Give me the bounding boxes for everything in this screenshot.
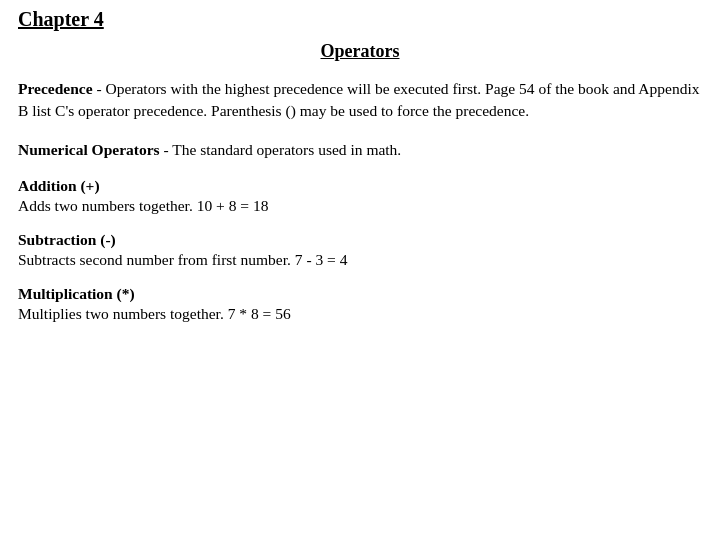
multiplication-detail: Multiplies two numbers together. 7 * 8 =… [18,303,702,325]
subtraction-block: Subtraction (-) Subtracts second number … [18,231,702,271]
numerical-body: - The standard operators used in math. [160,141,402,158]
addition-detail: Adds two numbers together. 10 + 8 = 18 [18,195,702,217]
numerical-paragraph: Numerical Operators - The standard opera… [18,139,702,161]
addition-title: Addition (+) [18,177,702,195]
chapter-title: Chapter 4 [18,8,104,31]
precedence-heading: Precedence [18,80,93,97]
numerical-heading: Numerical Operators [18,141,160,158]
precedence-body: - Operators with the highest precedence … [18,80,700,119]
subtraction-title: Subtraction (-) [18,231,702,249]
multiplication-title: Multiplication (*) [18,285,702,303]
section-title: Operators [18,41,702,62]
addition-block: Addition (+) Adds two numbers together. … [18,177,702,217]
subtraction-detail: Subtracts second number from first numbe… [18,249,702,271]
precedence-paragraph: Precedence - Operators with the highest … [18,78,702,123]
page-container: Chapter 4 Operators Precedence - Operato… [0,0,720,540]
multiplication-block: Multiplication (*) Multiplies two number… [18,285,702,325]
